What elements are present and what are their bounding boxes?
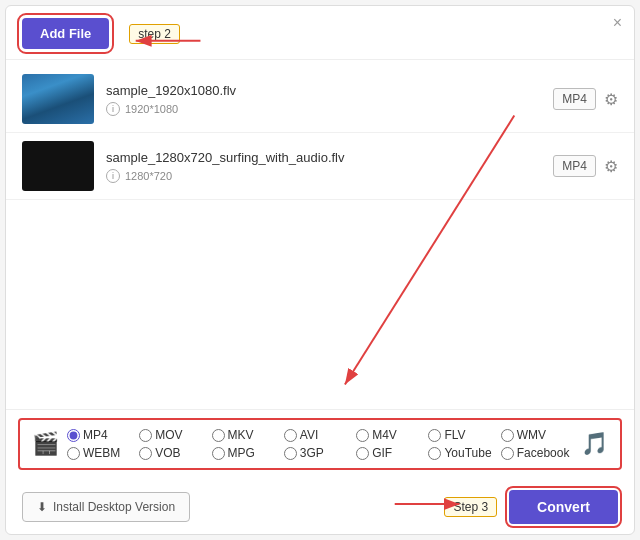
file-actions-2: MP4 ⚙ — [553, 155, 618, 177]
music-icon: 🎵 — [581, 431, 608, 457]
format-youtube[interactable]: YouTube — [428, 446, 500, 460]
format-panel: 🎬 MP4 MOV MKV AVI — [18, 418, 622, 470]
file-thumbnail-1 — [22, 74, 94, 124]
format-flv[interactable]: FLV — [428, 428, 500, 442]
format-mp4[interactable]: MP4 — [67, 428, 139, 442]
format-options: MP4 MOV MKV AVI M4V — [67, 428, 573, 460]
settings-button-2[interactable]: ⚙ — [604, 157, 618, 176]
format-facebook[interactable]: Facebook — [501, 446, 573, 460]
info-icon-1: i — [106, 102, 120, 116]
file-resolution-2: 1280*720 — [125, 170, 172, 182]
format-wmv[interactable]: WMV — [501, 428, 573, 442]
file-meta-2: i 1280*720 — [106, 169, 541, 183]
install-label: Install Desktop Version — [53, 500, 175, 514]
film-icon: 🎬 — [32, 431, 59, 457]
step2-label: step 2 — [129, 24, 180, 44]
format-m4v[interactable]: M4V — [356, 428, 428, 442]
format-gif[interactable]: GIF — [356, 446, 428, 460]
file-list: sample_1920x1080.flv i 1920*1080 MP4 ⚙ s… — [6, 60, 634, 409]
info-icon-2: i — [106, 169, 120, 183]
format-mov[interactable]: MOV — [139, 428, 211, 442]
bottom-panel: 🎬 MP4 MOV MKV AVI — [6, 409, 634, 482]
settings-button-1[interactable]: ⚙ — [604, 90, 618, 109]
file-thumbnail-2 — [22, 141, 94, 191]
step3-area: Step 3 Convert — [444, 490, 618, 524]
file-item-1: sample_1920x1080.flv i 1920*1080 MP4 ⚙ — [6, 66, 634, 133]
file-actions-1: MP4 ⚙ — [553, 88, 618, 110]
main-window: × Add File step 2 sample_1920x1080.flv i… — [5, 5, 635, 535]
format-3gp[interactable]: 3GP — [284, 446, 356, 460]
add-file-button[interactable]: Add File — [22, 18, 109, 49]
file-info-1: sample_1920x1080.flv i 1920*1080 — [106, 83, 541, 116]
format-mkv[interactable]: MKV — [212, 428, 284, 442]
top-bar: Add File step 2 — [6, 6, 634, 60]
footer: ⬇ Install Desktop Version Step 3 Convert — [6, 482, 634, 534]
format-mpg[interactable]: MPG — [212, 446, 284, 460]
format-vob[interactable]: VOB — [139, 446, 211, 460]
install-button[interactable]: ⬇ Install Desktop Version — [22, 492, 190, 522]
convert-button[interactable]: Convert — [509, 490, 618, 524]
file-item-2: sample_1280x720_surfing_with_audio.flv i… — [6, 133, 634, 200]
format-badge-2[interactable]: MP4 — [553, 155, 596, 177]
format-webm[interactable]: WEBM — [67, 446, 139, 460]
format-avi[interactable]: AVI — [284, 428, 356, 442]
format-badge-1[interactable]: MP4 — [553, 88, 596, 110]
file-meta-1: i 1920*1080 — [106, 102, 541, 116]
file-name-1: sample_1920x1080.flv — [106, 83, 541, 98]
file-name-2: sample_1280x720_surfing_with_audio.flv — [106, 150, 541, 165]
download-icon: ⬇ — [37, 500, 47, 514]
file-resolution-1: 1920*1080 — [125, 103, 178, 115]
step3-label: Step 3 — [444, 497, 497, 517]
file-info-2: sample_1280x720_surfing_with_audio.flv i… — [106, 150, 541, 183]
